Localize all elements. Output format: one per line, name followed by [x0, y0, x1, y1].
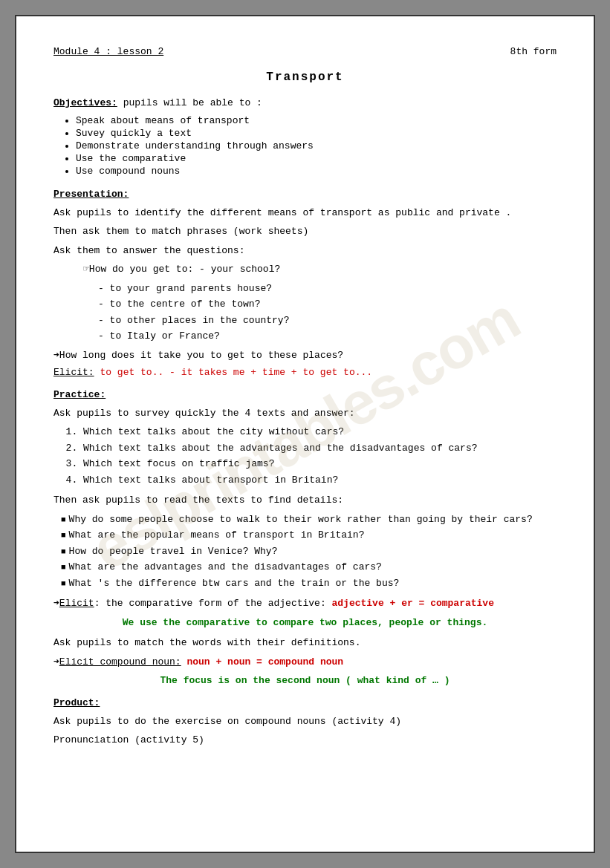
list-item: ☞How do you get to: - your school? [83, 262, 557, 277]
list-item: to other places in the country? [98, 313, 557, 328]
list-item: Speak about means of transport [76, 115, 557, 126]
objectives-intro: Objectives: pupils will be able to : [53, 96, 557, 111]
list-item: Why do some people choose to walk to the… [61, 512, 557, 527]
presentation-label: Presentation: [53, 189, 129, 200]
elicit-colored2: adjective + er = comparative [332, 598, 494, 609]
list-item: Use compound nouns [76, 166, 557, 177]
presentation-para1: Ask pupils to identify the different mea… [53, 206, 557, 221]
compound-arrow-line: ➜Elicit compound noun: noun + noun = com… [53, 655, 557, 670]
page-title: Transport [53, 71, 557, 84]
presentation-para2: Then ask them to match phrases (work she… [53, 224, 557, 239]
list-item: to Italy or France? [98, 329, 557, 344]
list-item: What are the popular means of transport … [61, 528, 557, 543]
product-label: Product: [53, 697, 100, 708]
green-line: We use the comparative to compare two pl… [53, 616, 557, 630]
presentation-para3: Ask them to answer the questions: [53, 244, 557, 258]
page: eslprintables.com Module 4 : lesson 2 8t… [15, 15, 595, 853]
elicit-block2: ➜Elicit: the comparative form of the adj… [53, 596, 557, 630]
elicit-colored: to get to.. - it takes me + time + to ge… [100, 367, 372, 378]
practice-para2: Then ask pupils to read the texts to fin… [53, 493, 557, 508]
list-item: Suvey quickly a text [76, 128, 557, 139]
list-item: What are the advantages and the disadvan… [61, 560, 557, 575]
form-label: 8th form [510, 46, 557, 57]
elicit-line: Elicit: to get to.. - it takes me + time… [53, 365, 557, 380]
square-list: Why do some people choose to walk to the… [53, 512, 557, 591]
product-para2: Pronunciation (activity 5) [53, 733, 557, 748]
how-long-arrow: ➜How long does it take you to get to the… [53, 348, 557, 363]
presentation-dash-list: to your grand parents house? to the cent… [53, 281, 557, 344]
compound-colored: noun + noun = compound noun [186, 656, 343, 668]
list-item: What 's the difference btw cars and the … [61, 576, 557, 591]
elicit-arrow2: ➜Elicit: the comparative form of the adj… [53, 596, 557, 611]
header-row: Module 4 : lesson 2 8th form [53, 46, 557, 57]
objectives-list: Speak about means of transport Suvey qui… [53, 115, 557, 177]
list-item: How do people travel in Venice? Why? [61, 544, 557, 559]
module-label: Module 4 : lesson 2 [53, 46, 163, 57]
list-item: Which text talks about the advantages an… [83, 441, 557, 456]
list-item: Which text talks about transport in Brit… [83, 473, 557, 488]
product-para1: Ask pupils to do the exercise on compoun… [53, 714, 557, 729]
list-item: Demonstrate understanding through answer… [76, 140, 557, 151]
list-item: Use the comparative [76, 153, 557, 164]
numbered-list: Which text talks about the city without … [53, 425, 557, 487]
focus-green: The focus is on the second noun ( what k… [53, 673, 557, 688]
list-item: Which text talks about the city without … [83, 425, 557, 440]
list-item: Which text focus on traffic jams? [83, 457, 557, 471]
list-item: to the centre of the town? [98, 297, 557, 312]
practice-section: Practice: Ask pupils to survey quickly t… [53, 389, 557, 688]
elicit-label: Elicit: [53, 367, 94, 378]
presentation-section: Presentation: Ask pupils to identify the… [53, 189, 557, 380]
practice-para3: Ask pupils to match the words with their… [53, 636, 557, 650]
objectives-section: Objectives: pupils will be able to : Spe… [53, 96, 557, 177]
presentation-indent-list: ☞How do you get to: - your school? [53, 262, 557, 277]
practice-label: Practice: [53, 389, 106, 400]
compound-elicit-block: ➜Elicit compound noun: noun + noun = com… [53, 655, 557, 688]
objectives-label: Objectives: [53, 97, 117, 108]
objectives-intro-text: pupils will be able to : [123, 97, 262, 108]
product-section: Product: Ask pupils to do the exercise o… [53, 697, 557, 748]
list-item: to your grand parents house? [98, 281, 557, 296]
practice-para1: Ask pupils to survey quickly the 4 texts… [53, 406, 557, 421]
